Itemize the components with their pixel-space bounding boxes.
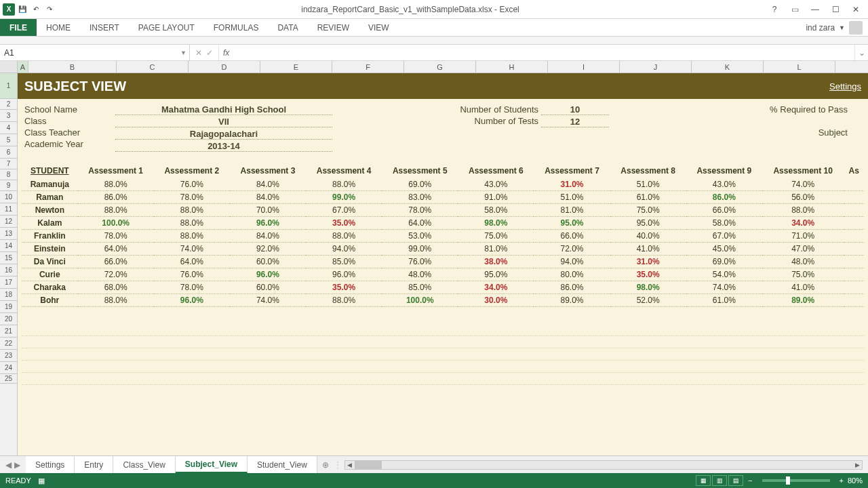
row-header[interactable]: 3 xyxy=(0,110,17,122)
score-cell[interactable]: 95.0% xyxy=(534,217,610,230)
score-cell[interactable]: 75.0% xyxy=(610,204,686,217)
save-icon[interactable]: 💾 xyxy=(16,3,28,16)
column-header[interactable]: H xyxy=(476,61,548,73)
score-cell[interactable]: 34.0% xyxy=(458,281,534,294)
score-cell[interactable]: 41.0% xyxy=(762,281,844,294)
zoom-knob[interactable] xyxy=(786,476,790,485)
score-cell[interactable]: 96.0% xyxy=(154,294,230,307)
score-cell[interactable] xyxy=(844,256,864,268)
row-header[interactable]: 16 xyxy=(0,264,17,277)
macro-icon[interactable]: ▦ xyxy=(38,476,45,485)
student-name-cell[interactable]: Ramanuja xyxy=(22,178,78,191)
row-header[interactable]: 10 xyxy=(0,191,17,203)
score-cell[interactable]: 76.0% xyxy=(154,178,230,191)
score-cell[interactable]: 61.0% xyxy=(610,191,686,204)
scroll-right-icon[interactable]: ▶ xyxy=(852,461,862,469)
score-cell[interactable]: 69.0% xyxy=(382,178,458,191)
sheet-tab-settings[interactable]: Settings xyxy=(26,456,75,473)
row-header[interactable]: 21 xyxy=(0,325,17,338)
column-header[interactable]: G xyxy=(404,61,476,73)
new-sheet-icon[interactable]: ⊕ xyxy=(317,460,334,470)
score-cell[interactable]: 84.0% xyxy=(230,230,306,243)
score-cell[interactable]: 94.0% xyxy=(306,243,382,256)
tab-view[interactable]: VIEW xyxy=(359,19,399,36)
score-cell[interactable]: 81.0% xyxy=(458,243,534,256)
settings-link[interactable]: Settings xyxy=(829,81,861,92)
score-cell[interactable]: 35.0% xyxy=(610,268,686,281)
tab-formulas[interactable]: FORMULAS xyxy=(204,19,269,36)
row-header[interactable]: 23 xyxy=(0,350,17,362)
score-cell[interactable]: 43.0% xyxy=(458,178,534,191)
horizontal-scrollbar[interactable]: ◀ ▶ xyxy=(344,460,863,470)
score-cell[interactable]: 78.0% xyxy=(154,191,230,204)
score-cell[interactable]: 43.0% xyxy=(686,178,762,191)
score-cell[interactable]: 60.0% xyxy=(230,281,306,294)
tab-file[interactable]: FILE xyxy=(0,19,37,36)
row-header[interactable]: 7 xyxy=(0,159,17,169)
score-cell[interactable]: 61.0% xyxy=(686,294,762,307)
score-cell[interactable]: 48.0% xyxy=(382,268,458,281)
row-header[interactable]: 6 xyxy=(0,146,17,159)
score-cell[interactable]: 31.0% xyxy=(610,256,686,268)
row-header[interactable]: 15 xyxy=(0,252,17,264)
student-name-cell[interactable]: Curie xyxy=(22,268,78,281)
score-cell[interactable]: 71.0% xyxy=(762,230,844,243)
score-cell[interactable]: 88.0% xyxy=(154,217,230,230)
score-cell[interactable]: 54.0% xyxy=(686,268,762,281)
score-cell[interactable]: 88.0% xyxy=(154,204,230,217)
sheet-tab-student_view[interactable]: Student_View xyxy=(248,456,317,473)
maximize-icon[interactable]: ☐ xyxy=(826,3,845,16)
score-cell[interactable]: 68.0% xyxy=(78,281,154,294)
row-header[interactable]: 19 xyxy=(0,301,17,313)
score-cell[interactable]: 52.0% xyxy=(610,294,686,307)
score-cell[interactable]: 66.0% xyxy=(78,256,154,268)
zoom-level[interactable]: 80% xyxy=(848,476,863,485)
score-cell[interactable]: 74.0% xyxy=(154,243,230,256)
undo-icon[interactable]: ↶ xyxy=(30,3,42,16)
sheet-tab-subject_view[interactable]: Subject_View xyxy=(176,456,248,473)
column-header[interactable]: C xyxy=(117,61,189,73)
student-name-cell[interactable]: Da Vinci xyxy=(22,256,78,268)
score-cell[interactable]: 95.0% xyxy=(610,217,686,230)
score-cell[interactable]: 86.0% xyxy=(78,191,154,204)
score-cell[interactable]: 88.0% xyxy=(306,230,382,243)
row-header[interactable]: 12 xyxy=(0,216,17,228)
sheet-tab-class_view[interactable]: Class_View xyxy=(113,456,175,473)
score-cell[interactable]: 30.0% xyxy=(458,294,534,307)
score-cell[interactable]: 75.0% xyxy=(762,268,844,281)
student-name-cell[interactable]: Charaka xyxy=(22,281,78,294)
student-name-cell[interactable]: Kalam xyxy=(22,217,78,230)
row-header[interactable]: 2 xyxy=(0,99,17,110)
score-cell[interactable]: 92.0% xyxy=(230,243,306,256)
score-cell[interactable] xyxy=(844,191,864,204)
column-header[interactable]: A xyxy=(18,61,28,73)
score-cell[interactable]: 66.0% xyxy=(686,204,762,217)
score-cell[interactable] xyxy=(844,178,864,191)
score-cell[interactable] xyxy=(844,294,864,307)
zoom-in-icon[interactable]: + xyxy=(840,476,844,485)
row-header[interactable]: 13 xyxy=(0,228,17,240)
score-cell[interactable]: 48.0% xyxy=(762,256,844,268)
score-cell[interactable] xyxy=(844,204,864,217)
score-cell[interactable]: 64.0% xyxy=(154,256,230,268)
score-cell[interactable]: 96.0% xyxy=(306,268,382,281)
score-cell[interactable]: 40.0% xyxy=(610,230,686,243)
scroll-left-icon[interactable]: ◀ xyxy=(345,461,355,469)
score-cell[interactable] xyxy=(844,281,864,294)
row-header[interactable]: 25 xyxy=(0,374,17,384)
row-header[interactable]: 1 xyxy=(0,73,17,99)
zoom-out-icon[interactable]: − xyxy=(748,476,752,485)
row-header[interactable]: 20 xyxy=(0,313,17,325)
score-cell[interactable]: 88.0% xyxy=(78,204,154,217)
ribbon-display-icon[interactable]: ▭ xyxy=(785,3,804,16)
score-cell[interactable]: 99.0% xyxy=(382,243,458,256)
row-header[interactable]: 11 xyxy=(0,203,17,216)
score-cell[interactable]: 31.0% xyxy=(534,178,610,191)
score-cell[interactable]: 41.0% xyxy=(610,243,686,256)
scrollbar-thumb[interactable] xyxy=(355,461,382,469)
score-cell[interactable]: 67.0% xyxy=(306,204,382,217)
score-cell[interactable]: 99.0% xyxy=(306,191,382,204)
score-cell[interactable]: 74.0% xyxy=(762,178,844,191)
score-cell[interactable]: 45.0% xyxy=(686,243,762,256)
score-cell[interactable]: 91.0% xyxy=(458,191,534,204)
